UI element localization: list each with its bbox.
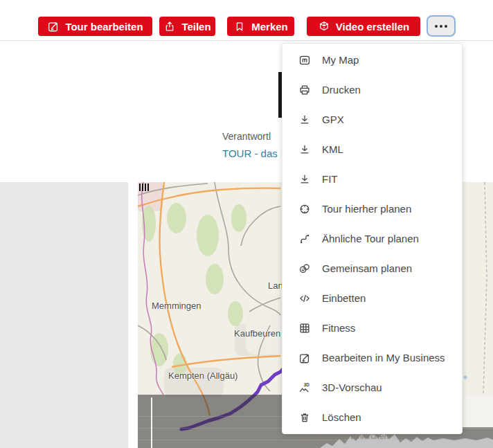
menu-item-label: Gemeinsam planen bbox=[322, 262, 412, 274]
menu-item-label: Drucken bbox=[322, 84, 361, 96]
more-button[interactable] bbox=[427, 15, 456, 37]
download-icon bbox=[298, 173, 312, 186]
edit-icon bbox=[47, 20, 60, 33]
video-cube-icon bbox=[318, 20, 330, 33]
tour-page: Verantwortl TOUR - das bbox=[0, 0, 493, 448]
menu-item-fitness[interactable]: Fitness bbox=[283, 313, 462, 343]
left-photo-placeholder bbox=[0, 182, 128, 448]
share-button[interactable]: Teilen bbox=[159, 17, 215, 36]
bookmark-button[interactable]: Merken bbox=[227, 17, 294, 36]
plan-here-icon bbox=[298, 203, 312, 215]
download-icon bbox=[298, 114, 312, 126]
menu-item-label: 3D-Vorschau bbox=[322, 382, 382, 393]
menu-item-label: Einbetten bbox=[322, 292, 366, 304]
button-label: Tour bearbeiten bbox=[65, 21, 143, 33]
button-label: Teilen bbox=[181, 21, 210, 33]
menu-item-3d-vorschau[interactable]: 3D3D-Vorschau bbox=[283, 373, 462, 402]
menu-item-drucken[interactable]: Drucken bbox=[283, 75, 462, 105]
responsible-text: Verantwortl bbox=[222, 131, 271, 142]
action-toolbar: Tour bearbeitenTeilenMerkenVideo erstell… bbox=[0, 0, 493, 41]
menu-item-bearbeiten-in-my-business[interactable]: Bearbeiten in My Business bbox=[283, 343, 462, 373]
trash-icon bbox=[298, 411, 312, 424]
menu-item-label: Ähnliche Tour planen bbox=[322, 233, 419, 244]
menu-item-label: Löschen bbox=[322, 411, 361, 423]
my-map-icon bbox=[298, 54, 312, 66]
download-icon bbox=[298, 143, 312, 156]
menu-item-tour-hierher-planen[interactable]: Tour hierher planen bbox=[283, 194, 462, 224]
menu-item-gemeinsam-planen[interactable]: Gemeinsam planen bbox=[283, 253, 462, 283]
menu-item-label: GPX bbox=[322, 114, 344, 125]
menu-item-ähnliche-tour-planen[interactable]: Ähnliche Tour planen bbox=[283, 224, 462, 253]
embed-icon bbox=[298, 292, 312, 305]
preview-3d-icon: 3D bbox=[298, 382, 312, 394]
menu-item-label: Tour hierher planen bbox=[322, 203, 411, 215]
fitness-icon bbox=[298, 322, 312, 334]
edit-tour-button[interactable]: Tour bearbeiten bbox=[38, 17, 152, 36]
button-label: Merken bbox=[251, 21, 288, 33]
menu-item-fit[interactable]: FIT bbox=[283, 164, 462, 194]
menu-item-label: Fitness bbox=[322, 322, 355, 334]
menu-item-kml[interactable]: KML bbox=[283, 134, 462, 164]
menu-item-label: My Map bbox=[322, 54, 359, 66]
similar-tour-icon bbox=[298, 233, 312, 245]
create-video-button[interactable]: Video erstellen bbox=[307, 17, 420, 36]
menu-item-my-map[interactable]: My Map bbox=[283, 45, 462, 75]
menu-item-gpx[interactable]: GPX bbox=[283, 105, 462, 134]
bookmark-icon bbox=[233, 20, 246, 33]
menu-item-löschen[interactable]: Löschen bbox=[283, 402, 462, 432]
printer-icon bbox=[298, 84, 312, 96]
more-actions-menu: My MapDruckenGPXKMLFITTour hierher plane… bbox=[282, 43, 463, 434]
menu-item-einbetten[interactable]: Einbetten bbox=[283, 283, 462, 313]
menu-item-label: Bearbeiten in My Business bbox=[322, 352, 445, 364]
menu-item-label: KML bbox=[322, 143, 343, 155]
tour-link[interactable]: TOUR - das bbox=[222, 147, 278, 159]
collaborate-icon bbox=[298, 262, 312, 275]
edit-icon bbox=[298, 352, 312, 364]
share-icon bbox=[163, 20, 176, 33]
menu-item-label: FIT bbox=[322, 173, 338, 185]
svg-text:3D: 3D bbox=[304, 382, 310, 387]
elevation-cursor bbox=[151, 397, 152, 448]
button-label: Video erstellen bbox=[336, 21, 409, 33]
